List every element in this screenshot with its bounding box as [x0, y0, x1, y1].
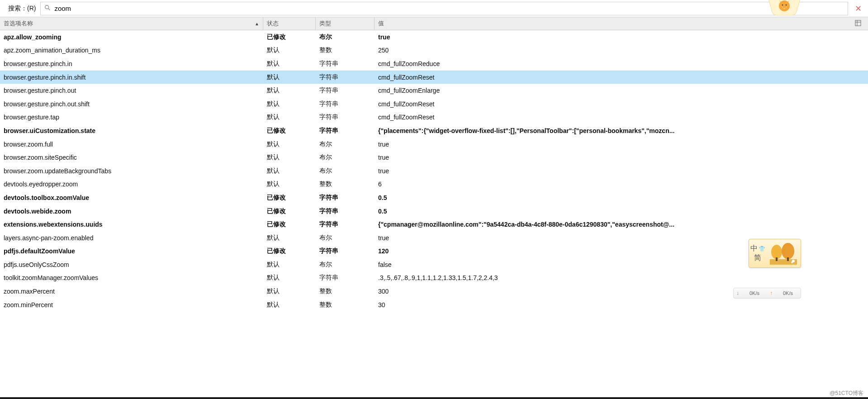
pref-type: 布尔 — [316, 261, 375, 269]
pref-type: 整数 — [316, 287, 375, 295]
pref-name: browser.gesture.pinch.out — [0, 87, 263, 94]
pref-value: true — [375, 141, 868, 148]
search-input[interactable] — [53, 4, 844, 13]
table-row[interactable]: browser.gesture.pinch.out默认字符串cmd_fullZo… — [0, 84, 868, 97]
table-row[interactable]: browser.uiCustomization.state已修改字符串{"pla… — [0, 124, 868, 138]
svg-rect-12 — [787, 257, 789, 261]
table-row[interactable]: browser.gesture.tap默认字符串cmd_fullZoomRese… — [0, 111, 868, 124]
pref-name: browser.zoom.siteSpecific — [0, 154, 263, 161]
table-row[interactable]: browser.zoom.full默认布尔true — [0, 138, 868, 151]
watermark: @51CTO博客 — [830, 390, 863, 397]
header-status[interactable]: 状态 — [263, 17, 316, 30]
pref-value: true — [375, 167, 868, 175]
download-speed: 0K/s — [742, 290, 767, 296]
pref-type: 布尔 — [316, 140, 375, 148]
header-name[interactable]: 首选项名称 ▲ — [0, 17, 263, 30]
pref-name: browser.gesture.pinch.out.shift — [0, 100, 263, 108]
pref-status: 默认 — [263, 60, 316, 68]
pref-type: 字符串 — [316, 274, 375, 282]
sort-asc-icon: ▲ — [255, 21, 259, 26]
ime-picture — [766, 239, 801, 267]
pref-name: devtools.eyedropper.zoom — [0, 180, 263, 188]
pref-value: cmd_fullZoomReset — [375, 100, 868, 108]
table-row[interactable]: pdfjs.defaultZoomValue已修改字符串120 — [0, 245, 868, 258]
header-value[interactable]: 值 — [375, 17, 868, 30]
pref-name: toolkit.zoomManager.zoomValues — [0, 274, 263, 281]
pref-type: 布尔 — [316, 234, 375, 242]
preference-rows: apz.allow_zooming已修改布尔trueapz.zoom_anima… — [0, 30, 868, 311]
pref-type: 字符串 — [316, 207, 375, 215]
pref-name: extensions.webextensions.uuids — [0, 221, 263, 228]
table-row[interactable]: browser.gesture.pinch.in默认字符串cmd_fullZoo… — [0, 57, 868, 71]
pref-status: 已修改 — [263, 220, 316, 228]
table-row[interactable]: devtools.webide.zoom已修改字符串0.5 — [0, 204, 868, 218]
download-arrow-icon: ↓ — [734, 290, 742, 296]
svg-point-9 — [771, 245, 782, 259]
search-box[interactable] — [40, 2, 848, 15]
header-type-label: 类型 — [319, 19, 331, 28]
pref-name: browser.zoom.updateBackgroundTabs — [0, 167, 263, 175]
pref-status: 默认 — [263, 180, 316, 188]
svg-rect-11 — [776, 257, 778, 261]
table-row[interactable]: browser.gesture.pinch.in.shift默认字符串cmd_f… — [0, 71, 868, 84]
table-row[interactable]: devtools.toolbox.zoomValue已修改字符串0.5 — [0, 191, 868, 204]
pref-status: 默认 — [263, 261, 316, 269]
pref-status: 默认 — [263, 274, 316, 282]
pref-status: 默认 — [263, 113, 316, 121]
pref-value: cmd_fullZoomReset — [375, 114, 868, 121]
pref-value: 0.5 — [375, 194, 868, 201]
pref-type: 字符串 — [316, 86, 375, 95]
table-row[interactable]: apz.zoom_animation_duration_ms默认整数250 — [0, 44, 868, 57]
pref-value: cmd_fullZoomEnlarge — [375, 87, 868, 94]
pref-name: apz.zoom_animation_duration_ms — [0, 47, 263, 54]
pref-value: 250 — [375, 47, 868, 54]
pref-type: 字符串 — [316, 220, 375, 228]
pref-value: true — [375, 154, 868, 161]
close-icon[interactable]: ✕ — [852, 4, 864, 14]
pref-type: 字符串 — [316, 73, 375, 81]
pref-name: devtools.toolbox.zoomValue — [0, 194, 263, 201]
pref-status: 默认 — [263, 140, 316, 148]
pref-name: pdfjs.defaultZoomValue — [0, 247, 263, 255]
pref-value: 6 — [375, 180, 868, 188]
pref-name: layers.async-pan-zoom.enabled — [0, 234, 263, 242]
column-options-icon[interactable] — [852, 20, 864, 28]
table-row[interactable]: browser.gesture.pinch.out.shift默认字符串cmd_… — [0, 97, 868, 111]
svg-line-1 — [48, 9, 50, 10]
table-row[interactable]: extensions.webextensions.uuids已修改字符串{"cp… — [0, 218, 868, 231]
pref-type: 布尔 — [316, 167, 375, 175]
header-type[interactable]: 类型 — [316, 17, 375, 30]
table-row[interactable]: toolkit.zoomManager.zoomValues默认字符串.3,.5… — [0, 271, 868, 285]
pref-value: {"cpmanager@mozillaonline.com":"9a5442ca… — [375, 221, 868, 228]
pref-status: 默认 — [263, 46, 316, 54]
pref-type: 字符串 — [316, 113, 375, 121]
table-row[interactable]: browser.zoom.updateBackgroundTabs默认布尔tru… — [0, 164, 868, 178]
table-row[interactable]: browser.zoom.siteSpecific默认布尔true — [0, 151, 868, 164]
ime-line2: 简 — [754, 253, 761, 263]
table-row[interactable]: apz.allow_zooming已修改布尔true — [0, 30, 868, 44]
pref-value: 30 — [375, 301, 868, 309]
svg-point-14 — [791, 261, 793, 263]
pref-name: browser.zoom.full — [0, 141, 263, 148]
pref-value: {"placements":{"widget-overflow-fixed-li… — [375, 127, 868, 134]
search-label: 搜索：(R) — [4, 5, 40, 13]
header-name-label: 首选项名称 — [4, 19, 33, 28]
table-row[interactable]: pdfjs.useOnlyCssZoom默认布尔false — [0, 258, 868, 271]
table-row[interactable]: zoom.minPercent默认整数30 — [0, 298, 868, 312]
pref-name: zoom.maxPercent — [0, 288, 263, 295]
ime-indicator[interactable]: 中👕 简 — [749, 239, 801, 268]
header-value-label: 值 — [378, 19, 384, 28]
pref-name: pdfjs.useOnlyCssZoom — [0, 261, 263, 268]
pref-name: browser.gesture.tap — [0, 114, 263, 121]
pref-name: browser.uiCustomization.state — [0, 127, 263, 134]
network-speed-indicator[interactable]: ↓ 0K/s ↑ 0K/s — [733, 288, 801, 299]
pref-type: 字符串 — [316, 247, 375, 255]
pref-status: 默认 — [263, 153, 316, 162]
pref-status: 已修改 — [263, 127, 316, 135]
pref-type: 字符串 — [316, 127, 375, 135]
table-row[interactable]: layers.async-pan-zoom.enabled默认布尔true — [0, 231, 868, 245]
table-row[interactable]: devtools.eyedropper.zoom默认整数6 — [0, 178, 868, 191]
pref-value: true — [375, 33, 868, 41]
pref-value: 0.5 — [375, 208, 868, 215]
pref-status: 默认 — [263, 86, 316, 95]
